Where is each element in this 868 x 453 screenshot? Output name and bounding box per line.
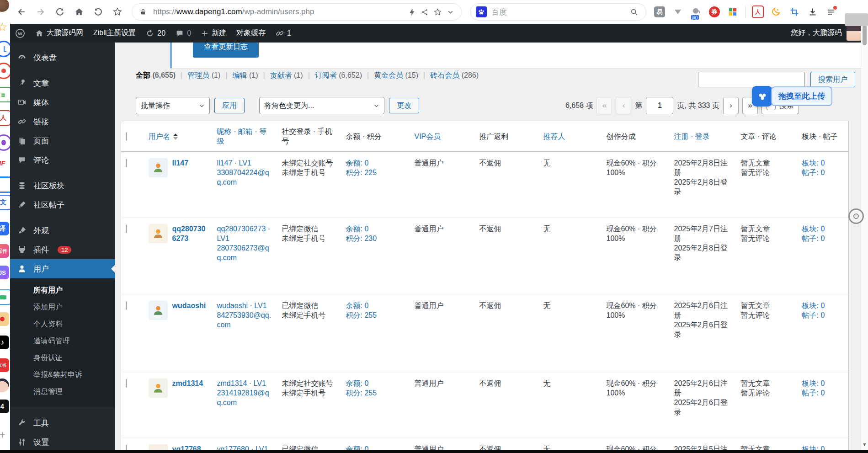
cell-line[interactable]: 余额: 0: [346, 378, 405, 388]
js-elephant-extension-icon[interactable]: js(): [690, 6, 702, 18]
cell-line[interactable]: 余额: 0: [346, 301, 405, 310]
submenu-item[interactable]: 举报&禁封申诉: [10, 367, 115, 384]
cell-line[interactable]: 3308704224@qq.com: [217, 168, 273, 187]
sidebar-item-plugins[interactable]: 插件12: [10, 240, 115, 259]
search-icon[interactable]: [628, 5, 640, 18]
row-checkbox[interactable]: [126, 445, 127, 450]
bookmark-star-icon[interactable]: [110, 4, 125, 20]
row-checkbox[interactable]: [126, 379, 127, 388]
column-header-dates[interactable]: 注册 · 登录: [670, 121, 736, 152]
cell-line[interactable]: 板块: 0: [802, 444, 844, 450]
clock-app-icon[interactable]: [0, 41, 10, 57]
xhs-app-icon[interactable]: 红书: [0, 358, 9, 372]
row-checkbox[interactable]: [126, 301, 127, 310]
submenu-item[interactable]: 身份认证: [10, 350, 115, 367]
filter-all[interactable]: 全部 (6,655): [136, 71, 176, 79]
bulk-action-select[interactable]: 批量操作: [136, 97, 210, 114]
cell-line[interactable]: 板块: 0: [802, 301, 844, 310]
filter-1[interactable]: 管理员 (1): [187, 71, 220, 79]
scrollbar-down-arrow[interactable]: ▼: [861, 442, 868, 447]
coupon-extension-icon[interactable]: 券: [708, 6, 720, 18]
js-app-icon[interactable]: JS: [0, 266, 9, 279]
back-icon[interactable]: [14, 4, 29, 20]
cell-line[interactable]: 帖子: 0: [802, 310, 844, 320]
row-checkbox[interactable]: [126, 159, 127, 167]
sidebar-item-community-boards[interactable]: 社区板块: [10, 176, 115, 195]
username-link[interactable]: wudaoshi: [172, 301, 206, 320]
crop-app-icon[interactable]: [0, 176, 10, 193]
pdf-app-icon[interactable]: 人: [0, 110, 10, 126]
history-icon[interactable]: [91, 4, 106, 20]
sidebar-item-community-posts[interactable]: 社区帖子: [10, 195, 115, 214]
browser-search-box[interactable]: 百度: [470, 3, 646, 21]
admin-bar-new-content[interactable]: 新建: [196, 24, 231, 43]
screenshot-crop-extension-icon[interactable]: [788, 6, 800, 18]
monitor-app-icon[interactable]: [0, 289, 10, 305]
cell-line[interactable]: 帖子: 0: [802, 168, 844, 177]
row-checkbox[interactable]: [126, 224, 127, 233]
admin-bar-zibll-theme-settings[interactable]: Zibll主题设置: [88, 24, 141, 43]
column-header-referrer[interactable]: 推荐人: [539, 121, 602, 152]
sidebar-item-pages[interactable]: 页面: [10, 131, 115, 150]
search-users-button[interactable]: 搜索用户: [810, 72, 855, 87]
writing-app-icon[interactable]: 写作: [0, 244, 9, 258]
cell-line[interactable]: 2807306273@qq.com: [217, 243, 273, 262]
cell-line[interactable]: 帖子: 0: [802, 388, 844, 398]
cell-line[interactable]: 板块: 0: [802, 224, 844, 234]
submenu-item[interactable]: 添加用户: [10, 299, 115, 316]
cell-line[interactable]: 积分: 255: [346, 310, 405, 320]
cell-line[interactable]: 2314192819@qq.com: [217, 388, 273, 407]
cell-line[interactable]: wudaoshi · LV1: [217, 301, 273, 310]
current-page-input[interactable]: [646, 97, 673, 114]
floating-clock-widget[interactable]: [848, 208, 864, 224]
sidebar-item-links[interactable]: 链接: [10, 112, 115, 131]
sidebar-item-tools[interactable]: 工具: [10, 413, 115, 432]
admin-bar-site-name[interactable]: 大鹏源码网: [30, 24, 88, 43]
admin-bar-object-cache[interactable]: 对象缓存: [231, 24, 271, 43]
username-link[interactable]: zmd1314: [172, 378, 203, 398]
username-link[interactable]: yg17768: [172, 444, 201, 450]
cell-line[interactable]: 余额: 0: [346, 158, 405, 168]
cell-line[interactable]: 积分: 230: [346, 234, 405, 243]
page-scrollbar[interactable]: ▼: [861, 24, 868, 450]
avatar[interactable]: [847, 26, 862, 41]
reload-icon[interactable]: [52, 4, 68, 20]
sidebar-item-dashboard[interactable]: 仪表盘: [10, 48, 115, 67]
dark-app-icon[interactable]: 4: [0, 400, 9, 413]
view-changelog-button[interactable]: 查看更新日志: [193, 43, 259, 58]
cell-line[interactable]: 积分: 225: [346, 168, 405, 177]
admin-bar-wp-logo[interactable]: W: [10, 24, 30, 43]
admin-bar-links[interactable]: 1: [271, 24, 296, 43]
cell-line[interactable]: 积分: 255: [346, 388, 405, 398]
admin-bar-updates[interactable]: 20: [141, 24, 170, 43]
plus-app-icon[interactable]: +: [0, 428, 9, 442]
url-bar[interactable]: https://www.dapeng1.com/wp-admin/users.p…: [132, 3, 462, 21]
cell-line[interactable]: qq2807306273 · LV1: [217, 224, 273, 243]
lightning-icon[interactable]: [405, 5, 418, 18]
if-app-icon[interactable]: IF: [0, 156, 9, 170]
yi-translate-app-icon[interactable]: 译: [0, 222, 9, 235]
pdf-extension-icon[interactable]: 人: [752, 6, 764, 18]
cell-line[interactable]: zmd1314 · LV1: [217, 378, 273, 388]
cell-line[interactable]: 板块: 0: [802, 158, 844, 168]
sidebar-item-media[interactable]: 媒体: [10, 93, 115, 112]
browser-menu-icon[interactable]: [825, 6, 837, 18]
night-mode-extension-icon[interactable]: [770, 6, 782, 18]
joystick-app-icon[interactable]: [0, 312, 9, 326]
username-link[interactable]: ll147: [172, 158, 189, 177]
filter-3[interactable]: 贡献者 (1): [270, 71, 303, 79]
sidebar-item-users[interactable]: 用户: [10, 259, 115, 278]
next-page-button[interactable]: ›: [723, 97, 739, 114]
cell-line[interactable]: 板块: 0: [802, 378, 844, 388]
submenu-item[interactable]: 邀请码管理: [10, 333, 115, 350]
filter-5[interactable]: 黄金会员 (15): [374, 71, 418, 79]
bug-app-icon[interactable]: [0, 134, 10, 151]
filter-4[interactable]: 订阅者 (6,652): [315, 71, 362, 79]
v-extension-icon[interactable]: [672, 6, 684, 18]
username-link[interactable]: qq2807306273: [172, 224, 208, 243]
change-role-select[interactable]: 将角色变更为...: [259, 97, 384, 114]
search-users-input[interactable]: [698, 72, 805, 87]
qr-app-icon[interactable]: ▦: [0, 87, 10, 102]
filter-2[interactable]: 编辑 (1): [232, 71, 258, 79]
forward-icon[interactable]: [33, 4, 48, 20]
